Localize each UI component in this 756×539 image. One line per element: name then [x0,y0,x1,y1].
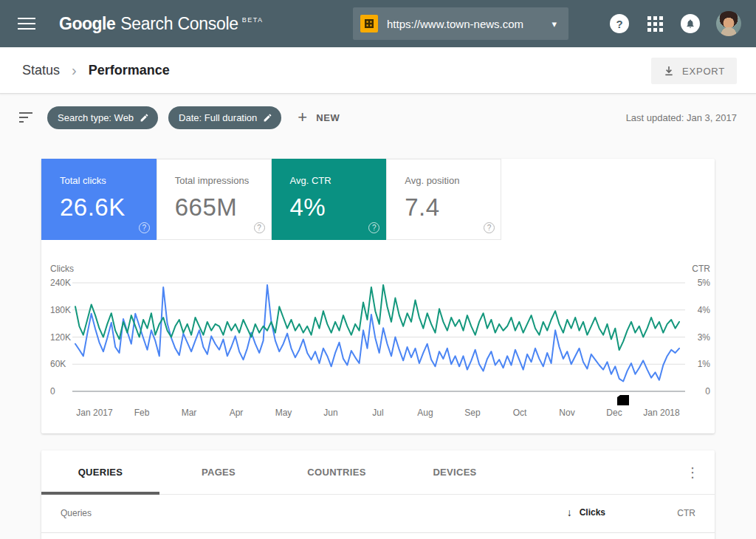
help-circle-icon[interactable]: ? [368,222,379,233]
logo-google: Google [59,14,115,34]
help-circle-icon[interactable]: ? [254,222,265,233]
svg-text:5%: 5% [698,278,711,288]
svg-text:Jan 2017: Jan 2017 [76,408,113,418]
svg-text:180K: 180K [50,305,71,315]
mouse-cursor-artifact [614,394,632,408]
svg-text:120K: 120K [50,332,71,343]
metric-card-avg-position[interactable]: Avg. position 7.4 ? [386,159,501,240]
google-apps-icon[interactable] [645,14,664,33]
svg-text:Clicks: Clicks [50,264,74,274]
page-title: Performance [89,63,170,78]
new-filter-button[interactable]: + NEW [298,109,340,126]
queries-table-card: QUERIES PAGES COUNTRIES DEVICES ⋮ Querie… [41,450,715,539]
user-avatar[interactable] [716,11,741,36]
breadcrumb-bar: Status › Performance EXPORT [0,47,756,94]
export-label: EXPORT [682,66,725,77]
metric-cards-row: Total clicks 26.6K ? Total impressions 6… [41,159,501,240]
svg-text:Mar: Mar [182,408,197,418]
beta-badge: BETA [242,16,264,24]
help-circle-icon[interactable]: ? [139,222,150,233]
breadcrumb-status[interactable]: Status [22,63,60,78]
filter-bar: Search type: Web Date: Full duration + N… [0,94,756,141]
svg-text:Dec: Dec [606,408,622,418]
last-updated-text: Last updated: Jan 3, 2017 [626,112,737,123]
tab-queries[interactable]: QUERIES [41,450,159,494]
svg-text:240K: 240K [50,278,71,288]
column-header-clicks[interactable]: ↓ Clicks [567,507,605,518]
svg-text:3%: 3% [698,332,711,343]
svg-text:Nov: Nov [559,408,574,418]
svg-text:60K: 60K [50,359,66,369]
svg-text:1%: 1% [698,359,711,369]
notifications-bell-icon[interactable] [681,14,700,33]
metric-card-total-clicks[interactable]: Total clicks 26.6K ? [41,159,157,240]
metric-card-total-impressions[interactable]: Total impressions 665M ? [157,159,272,240]
svg-text:Jul: Jul [372,408,383,418]
sort-descending-icon: ↓ [567,507,572,518]
column-header-queries: Queries [61,508,92,518]
app-logo: Google Search Console BETA [59,14,264,34]
export-button[interactable]: EXPORT [651,58,737,84]
metric-card-avg-ctr[interactable]: Avg. CTR 4% ? [272,159,387,240]
svg-text:Oct: Oct [513,408,527,418]
filter-chip-date[interactable]: Date: Full duration [168,106,281,129]
column-header-ctr[interactable]: CTR [677,508,695,518]
svg-text:0: 0 [705,386,710,396]
dropdown-caret-icon: ▾ [551,18,557,30]
filter-list-icon[interactable] [19,109,37,126]
logo-product: Search Console [120,14,238,34]
download-icon [663,65,675,77]
overflow-menu-icon[interactable]: ⋮ [682,462,703,483]
edit-pencil-icon [140,113,149,123]
tab-pages[interactable]: PAGES [159,450,278,494]
app-bar-actions: ? [610,0,756,47]
svg-text:Jan 2018: Jan 2018 [643,408,680,418]
tab-devices[interactable]: DEVICES [396,450,514,494]
svg-text:4%: 4% [698,305,711,315]
help-circle-icon[interactable]: ? [484,222,495,233]
table-header-row: Queries ↓ Clicks CTR [41,495,715,533]
svg-text:Jun: Jun [323,408,337,418]
tab-countries[interactable]: COUNTRIES [278,450,396,494]
svg-text:May: May [275,408,292,418]
filter-chip-search-type[interactable]: Search type: Web [47,106,158,129]
svg-text:CTR: CTR [692,264,710,274]
svg-text:Feb: Feb [134,408,150,418]
property-icon [360,15,378,32]
chevron-right-icon: › [72,62,77,79]
performance-chart-card: Total clicks 26.6K ? Total impressions 6… [41,159,715,433]
property-url: https://www.town-news.com [387,18,551,30]
help-icon[interactable]: ? [610,14,629,33]
svg-text:Apr: Apr [230,408,244,418]
edit-pencil-icon [263,113,272,123]
svg-text:Aug: Aug [417,408,433,418]
tabs-row: QUERIES PAGES COUNTRIES DEVICES ⋮ [41,450,715,495]
property-selector[interactable]: https://www.town-news.com ▾ [353,7,568,40]
svg-text:0: 0 [50,386,55,396]
app-bar: Google Search Console BETA https://www.t… [0,0,756,47]
plus-icon: + [298,109,307,126]
svg-text:Sep: Sep [464,408,481,418]
hamburger-menu-icon[interactable] [9,6,44,41]
